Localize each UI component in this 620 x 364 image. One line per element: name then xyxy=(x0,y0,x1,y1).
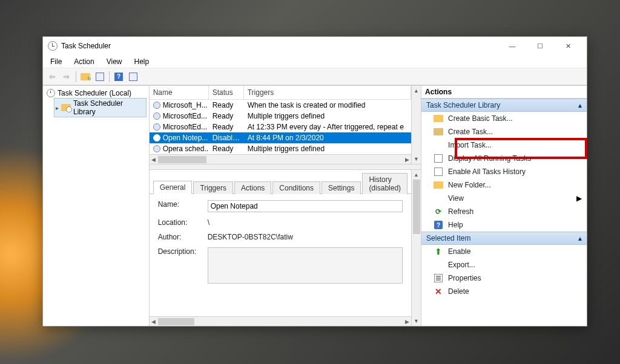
expand-icon: ▸ xyxy=(56,105,59,111)
center-pane: Name Status Triggers Microsoft_H...Ready… xyxy=(150,86,421,326)
pane-icon xyxy=(129,73,137,81)
running-icon xyxy=(434,154,443,163)
col-name[interactable]: Name xyxy=(150,86,209,99)
actions-pane: Actions Task Scheduler Library ▴ Create … xyxy=(421,86,587,326)
help-icon: ? xyxy=(114,73,123,81)
tab-triggers[interactable]: Triggers xyxy=(193,181,233,194)
tree-library[interactable]: ▸ Task Scheduler Library xyxy=(54,98,147,117)
action-create-task[interactable]: Create Task... xyxy=(421,125,587,138)
action-view[interactable]: View ▶ xyxy=(421,192,587,205)
library-folder-icon xyxy=(61,104,71,111)
vertical-scrollbar[interactable]: ▲ ▼ xyxy=(411,86,421,164)
collapse-icon: ▴ xyxy=(578,234,582,242)
scroll-thumb[interactable] xyxy=(413,180,420,234)
scroll-left-icon[interactable]: ◀ xyxy=(150,155,158,164)
task-triggers: Multiple triggers defined xyxy=(244,111,411,121)
action-import-task[interactable]: Import Task... xyxy=(421,138,587,152)
horizontal-scrollbar[interactable]: ◀ ▶ xyxy=(150,154,411,164)
tab-actions[interactable]: Actions xyxy=(234,181,271,194)
app-icon xyxy=(48,41,58,51)
properties-button[interactable] xyxy=(93,70,107,83)
task-list-header: Name Status Triggers xyxy=(150,86,411,100)
menu-help[interactable]: Help xyxy=(132,56,152,67)
scroll-down-icon[interactable]: ▼ xyxy=(412,316,421,326)
tab-general[interactable]: General xyxy=(153,181,193,194)
back-button[interactable]: ⇦ xyxy=(45,70,59,83)
task-status: Ready xyxy=(209,100,244,110)
author-label: Author: xyxy=(158,233,202,241)
submenu-arrow-icon: ▶ xyxy=(576,194,582,203)
menu-file[interactable]: File xyxy=(48,56,64,67)
refresh-icon: ⟳ xyxy=(434,207,443,216)
action-enable[interactable]: ⬆ Enable xyxy=(421,245,587,258)
scroll-thumb[interactable] xyxy=(158,318,194,325)
up-folder-button[interactable] xyxy=(79,70,92,83)
name-label: Name: xyxy=(158,200,202,209)
action-new-folder[interactable]: New Folder... xyxy=(421,178,587,192)
task-name: Open Notep... xyxy=(163,134,208,142)
actions-header: Actions xyxy=(421,86,587,99)
export-icon xyxy=(434,260,443,270)
action-enable-history[interactable]: Enable All Tasks History xyxy=(421,165,587,178)
tree-library-label: Task Scheduler Library xyxy=(73,99,145,116)
scroll-up-icon[interactable]: ▲ xyxy=(412,86,421,96)
action-export[interactable]: Export... xyxy=(421,258,587,271)
tree-root[interactable]: Task Scheduler (Local) xyxy=(45,88,147,98)
task-row[interactable]: Microsoft_H...ReadyWhen the task is crea… xyxy=(150,100,411,111)
group-library-label: Task Scheduler Library xyxy=(426,101,500,109)
name-field[interactable] xyxy=(208,200,403,212)
tab-settings[interactable]: Settings xyxy=(322,181,361,194)
toolbar: ⇦ ⇨ ? xyxy=(43,68,587,85)
help-button[interactable]: ? xyxy=(112,70,125,83)
col-status[interactable]: Status xyxy=(209,86,244,99)
properties-icon xyxy=(96,73,104,81)
minimize-button[interactable]: — xyxy=(498,37,526,55)
detail-vertical-scrollbar[interactable]: ▲ ▼ xyxy=(411,170,421,326)
action-create-basic-task[interactable]: Create Basic Task... xyxy=(421,112,587,125)
group-selected-item[interactable]: Selected Item ▴ xyxy=(421,232,587,245)
col-triggers[interactable]: Triggers xyxy=(244,86,411,99)
description-field[interactable] xyxy=(208,247,403,284)
scheduler-icon xyxy=(47,89,55,97)
task-name: Microsoft_H... xyxy=(163,101,208,109)
task-name: Opera sched... xyxy=(163,145,209,153)
location-label: Location: xyxy=(158,218,202,227)
tree-root-label: Task Scheduler (Local) xyxy=(58,89,131,97)
menu-action[interactable]: Action xyxy=(71,56,96,67)
description-label: Description: xyxy=(158,247,202,256)
show-action-pane-button[interactable] xyxy=(127,70,140,83)
action-refresh[interactable]: ⟳ Refresh xyxy=(421,205,587,218)
scroll-right-icon[interactable]: ▶ xyxy=(403,155,411,164)
action-properties[interactable]: Properties xyxy=(421,271,587,285)
task-row[interactable]: Opera sched...ReadyMultiple triggers def… xyxy=(150,143,411,154)
task-triggers: At 8:44 PM on 2/3/2020 xyxy=(244,133,411,143)
task-icon xyxy=(153,145,160,152)
delete-icon: ✕ xyxy=(434,287,443,296)
group-library[interactable]: Task Scheduler Library ▴ xyxy=(421,99,587,112)
detail-horizontal-scrollbar[interactable]: ◀ ▶ xyxy=(150,316,411,326)
action-delete[interactable]: ✕ Delete xyxy=(421,285,587,298)
action-display-running[interactable]: Display All Running Tasks xyxy=(421,152,587,165)
titlebar: Task Scheduler — ☐ ✕ xyxy=(43,37,587,55)
menu-view[interactable]: View xyxy=(104,56,125,67)
tab-conditions[interactable]: Conditions xyxy=(272,181,320,194)
task-triggers: When the task is created or modified xyxy=(244,100,411,110)
scroll-down-icon[interactable]: ▼ xyxy=(412,154,421,164)
task-icon xyxy=(153,134,160,141)
task-row[interactable]: MicrosoftEd...ReadyAt 12:33 PM every day… xyxy=(150,122,411,132)
task-status: Ready xyxy=(209,111,244,121)
scroll-right-icon[interactable]: ▶ xyxy=(403,317,411,326)
scroll-up-icon[interactable]: ▲ xyxy=(412,170,421,180)
maximize-button[interactable]: ☐ xyxy=(526,37,554,55)
task-row[interactable]: Open Notep...DisabledAt 8:44 PM on 2/3/2… xyxy=(150,132,411,143)
close-button[interactable]: ✕ xyxy=(554,37,582,55)
task-list[interactable]: Microsoft_H...ReadyWhen the task is crea… xyxy=(150,100,411,154)
task-icon xyxy=(153,102,160,109)
task-triggers: At 12:33 PM every day - After triggered,… xyxy=(244,122,411,132)
tab-history[interactable]: History (disabled) xyxy=(362,173,407,194)
scroll-thumb[interactable] xyxy=(158,156,206,163)
action-help[interactable]: ? Help xyxy=(421,218,587,232)
forward-button[interactable]: ⇨ xyxy=(60,70,73,83)
task-row[interactable]: MicrosoftEd...ReadyMultiple triggers def… xyxy=(150,111,411,122)
scroll-left-icon[interactable]: ◀ xyxy=(150,317,158,326)
